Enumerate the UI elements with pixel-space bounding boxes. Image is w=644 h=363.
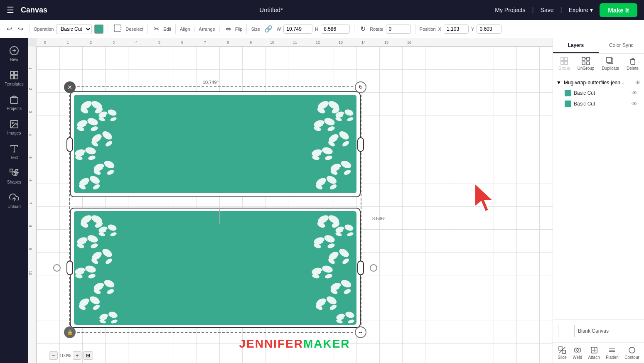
- my-projects-link[interactable]: My Projects: [495, 7, 525, 13]
- sidebar-shapes-label: Shapes: [7, 180, 21, 184]
- sidebar-item-new[interactable]: New: [2, 42, 27, 65]
- group-label: Group: [558, 66, 570, 71]
- undo-button[interactable]: ↩: [5, 24, 14, 34]
- zoom-fit-button[interactable]: ⊞: [83, 351, 93, 360]
- svg-point-48: [107, 108, 117, 117]
- svg-point-31: [101, 138, 103, 140]
- layer-1-eye-icon[interactable]: 👁: [632, 90, 637, 96]
- rotate-group: ↻ Rotate 0: [359, 24, 415, 34]
- slice-label: Slice: [558, 355, 567, 360]
- resize-handle[interactable]: ↔: [355, 326, 366, 338]
- mug-wrap-1: [70, 87, 361, 201]
- layer-group-eye-icon[interactable]: 👁: [635, 79, 641, 86]
- color-swatch[interactable]: [94, 25, 103, 34]
- svg-point-76: [339, 167, 342, 169]
- x-input[interactable]: 1.103: [444, 25, 469, 34]
- lock-size-button[interactable]: 🔗: [263, 24, 274, 34]
- duplicate-button[interactable]: Duplicate: [602, 57, 619, 71]
- attach-button[interactable]: Attach: [588, 346, 600, 360]
- tab-color-sync[interactable]: Color Sync: [599, 38, 644, 53]
- svg-point-115: [106, 288, 115, 295]
- svg-point-135: [347, 232, 354, 237]
- operation-label: Operation: [34, 27, 54, 32]
- sidebar-item-images[interactable]: Images: [2, 116, 27, 139]
- svg-point-95: [110, 232, 117, 237]
- rotate-input[interactable]: 0: [386, 25, 411, 34]
- sidebar-images-label: Images: [7, 131, 21, 135]
- width-input[interactable]: 10.749: [283, 25, 312, 34]
- svg-point-100: [90, 243, 98, 249]
- svg-point-165: [347, 319, 355, 324]
- rotate-handle[interactable]: ↻: [355, 81, 366, 93]
- svg-point-65: [342, 140, 350, 148]
- group-button[interactable]: Group: [558, 57, 570, 71]
- svg-point-60: [327, 125, 335, 132]
- flatten-button[interactable]: Flatten: [606, 346, 619, 360]
- layer-item-1[interactable]: Basic Cut 👁: [556, 88, 641, 98]
- svg-point-46: [88, 182, 91, 184]
- svg-point-80: [329, 183, 338, 191]
- circle-handle-left[interactable]: [53, 264, 61, 272]
- weld-button[interactable]: Weld: [573, 346, 582, 360]
- svg-point-145: [342, 258, 350, 265]
- svg-point-111: [84, 271, 86, 273]
- svg-point-146: [337, 255, 340, 258]
- save-link[interactable]: Save: [541, 7, 554, 13]
- zoom-out-button[interactable]: −: [49, 351, 58, 360]
- svg-point-43: [88, 174, 101, 186]
- svg-point-86: [343, 114, 345, 117]
- deselect-button[interactable]: [112, 24, 123, 34]
- sidebar-item-shapes[interactable]: Shapes: [2, 165, 27, 188]
- sidebar-item-text[interactable]: Text: [2, 140, 27, 163]
- rotate-label: Rotate: [370, 27, 383, 32]
- canvas-area[interactable]: 0 1 2 3 4 5 6 7 8 9 10 11 12 13 14 15 16…: [28, 38, 553, 363]
- delete-button[interactable]: Delete: [627, 57, 639, 71]
- topbar: ☰ Canvas Untitled* My Projects | Save | …: [0, 0, 644, 20]
- position-group: Position X 1.103 Y 0.603: [420, 25, 506, 34]
- deselect-label: Deselect: [125, 27, 143, 32]
- weld-label: Weld: [573, 355, 582, 360]
- svg-point-30: [105, 140, 113, 148]
- contour-button[interactable]: Contour: [624, 346, 639, 360]
- svg-point-160: [329, 304, 338, 311]
- redo-button[interactable]: ↪: [16, 24, 25, 34]
- make-it-button[interactable]: Make It: [600, 3, 637, 17]
- arrange-label: Arrange: [199, 27, 215, 32]
- butterfly-left-1: [74, 95, 120, 193]
- menu-icon[interactable]: ☰: [7, 5, 14, 15]
- ungroup-button[interactable]: UnGroup: [578, 57, 595, 71]
- height-input[interactable]: 8.586: [321, 25, 350, 34]
- sidebar-item-templates[interactable]: Templates: [2, 67, 27, 90]
- zoom-in-button[interactable]: +: [73, 351, 81, 360]
- svg-point-61: [323, 124, 325, 126]
- mug-fill-1: [74, 95, 356, 193]
- watermark: JENNIFER MAKER: [239, 337, 350, 351]
- lock-handle[interactable]: 🔒: [64, 326, 76, 338]
- explore-link[interactable]: Explore ▾: [569, 7, 593, 13]
- cursor-arrow-container: [473, 182, 498, 216]
- svg-point-101: [86, 241, 88, 243]
- layer-item-2[interactable]: Basic Cut 👁: [556, 98, 641, 109]
- canvas-content: 10.749° 8.586° ✕ ↻ 🔒 ↔: [37, 47, 553, 363]
- layer-2-eye-icon[interactable]: 👁: [632, 101, 637, 107]
- main-layout: New Templates Projects Images Text Shape…: [0, 38, 644, 363]
- sidebar-item-projects[interactable]: Projects: [2, 91, 27, 114]
- close-handle[interactable]: ✕: [64, 81, 76, 93]
- operation-select[interactable]: Basic Cut: [56, 24, 92, 34]
- sidebar-item-upload[interactable]: Upload: [2, 189, 27, 212]
- y-input[interactable]: 0.603: [477, 25, 501, 34]
- tab-layers[interactable]: Layers: [553, 38, 599, 53]
- svg-point-123: [108, 311, 118, 319]
- svg-point-35: [88, 155, 96, 161]
- slice-button[interactable]: Slice: [558, 346, 567, 360]
- circle-handle-right[interactable]: [370, 264, 377, 272]
- rotate-icon: ↻: [359, 24, 367, 34]
- layer-group-header[interactable]: ▼ Mug-wrap-butterflies-jenn... 👁: [556, 78, 641, 88]
- chevron-down-icon: ▼: [556, 80, 561, 86]
- edit-button[interactable]: ✂: [152, 24, 161, 34]
- layer-2-name: Basic Cut: [574, 101, 629, 107]
- flip-button[interactable]: ⇔: [224, 24, 233, 34]
- right-panel-tabs: Layers Color Sync: [553, 38, 644, 54]
- svg-point-21: [90, 105, 93, 109]
- mug-fill-2: [74, 211, 356, 325]
